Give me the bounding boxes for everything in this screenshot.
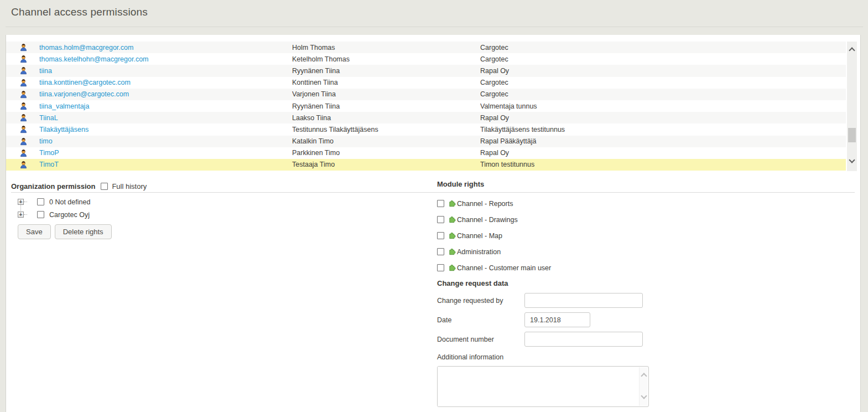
- user-fullname: Testitunnus Tilakäyttäjäsens: [292, 126, 480, 133]
- module-checkbox[interactable]: [437, 232, 444, 239]
- page-header: Channel access permissions: [0, 0, 868, 27]
- user-username-link[interactable]: tiina_valmentaja: [39, 102, 292, 110]
- form-field-row: Change requested by: [437, 293, 855, 308]
- organization-permission-header: Organization permission Full history: [11, 180, 429, 192]
- module-checkbox[interactable]: [437, 264, 444, 271]
- tree-connector: [24, 202, 27, 202]
- person-icon: [19, 90, 28, 99]
- user-organization: Cargotec: [480, 44, 846, 51]
- user-fullname: Testaaja Timo: [292, 161, 480, 168]
- additional-information-textarea[interactable]: [438, 367, 638, 406]
- org-tree-item: Cargotec Oyj: [18, 208, 429, 221]
- person-icon: [19, 66, 28, 75]
- user-fullname: Konttinen Tiina: [292, 79, 480, 86]
- org-tree-checkbox[interactable]: [37, 211, 44, 218]
- module-right-item: Channel - Map: [437, 228, 855, 244]
- user-organization: Rapal Oy: [480, 67, 846, 75]
- module-right-item: Channel - Customer main user: [437, 260, 855, 276]
- textarea-scroll-up-icon[interactable]: [642, 374, 646, 378]
- form-field-row: Date: [437, 312, 855, 327]
- user-username-link[interactable]: Tilakäyttäjäsens: [39, 126, 292, 133]
- module-label: Administration: [457, 248, 501, 256]
- full-history-label: Full history: [112, 182, 147, 190]
- person-icon: [19, 137, 28, 146]
- person-icon: [19, 125, 28, 133]
- tree-expand-plus-icon[interactable]: [18, 199, 24, 205]
- list-scrollbar[interactable]: [847, 42, 857, 171]
- module-puzzle-icon: [448, 215, 456, 224]
- module-rights-section: Module rights Channel - Reports Channel …: [437, 180, 855, 407]
- organization-permission-title: Organization permission: [11, 182, 95, 190]
- content-panel: thomas.holm@macgregor.com Holm Thomas Ca…: [6, 35, 861, 412]
- module-checkbox[interactable]: [437, 216, 444, 223]
- module-puzzle-icon: [448, 248, 456, 256]
- user-username-link[interactable]: thomas.holm@macgregor.com: [39, 44, 292, 51]
- person-icon: [19, 79, 28, 87]
- org-tree-checkbox[interactable]: [37, 198, 44, 205]
- full-history-checkbox[interactable]: [101, 183, 108, 190]
- additional-information-label: Additional information: [437, 353, 855, 361]
- module-checkbox[interactable]: [437, 200, 444, 207]
- module-right-item: Administration: [437, 244, 855, 260]
- field-label: Document number: [437, 336, 524, 343]
- person-icon: [19, 43, 28, 51]
- table-row[interactable]: thomas.holm@macgregor.com Holm Thomas Ca…: [6, 42, 846, 53]
- table-row[interactable]: thomas.ketelhohn@macgregor.com Ketelholm…: [6, 53, 846, 65]
- module-puzzle-icon: [448, 264, 456, 272]
- user-organization: Cargotec: [480, 90, 846, 98]
- textarea-scroll-down-icon[interactable]: [642, 394, 646, 398]
- org-tree: 0 Not defined Cargotec Oyj: [11, 195, 429, 221]
- table-row[interactable]: tiina Ryynänen Tiina Rapal Oy: [6, 65, 846, 76]
- user-list: thomas.holm@macgregor.com Holm Thomas Ca…: [6, 42, 846, 171]
- person-icon: [19, 149, 28, 157]
- organization-permission-section: Organization permission Full history 0 N…: [11, 180, 429, 239]
- module-rights-list: Channel - Reports Channel - Drawings Cha…: [437, 195, 855, 276]
- user-username-link[interactable]: thomas.ketelhohn@macgregor.com: [39, 55, 292, 63]
- module-checkbox[interactable]: [437, 248, 444, 255]
- scroll-down-icon[interactable]: [850, 158, 854, 162]
- table-row[interactable]: Tilakäyttäjäsens Testitunnus Tilakäyttäj…: [6, 123, 846, 135]
- user-fullname: Holm Thomas: [292, 44, 480, 51]
- user-username-link[interactable]: TimoT: [39, 161, 292, 168]
- module-puzzle-icon: [448, 199, 456, 208]
- table-row[interactable]: tiina_valmentaja Ryynänen Tiina Valmenta…: [6, 100, 846, 112]
- user-organization: Rapal Oy: [480, 149, 846, 157]
- textarea-scrollbar[interactable]: [639, 367, 648, 406]
- scroll-thumb[interactable]: [848, 128, 856, 142]
- tree-expand-plus-icon[interactable]: [18, 212, 24, 218]
- user-fullname: Laakso Tiina: [292, 114, 480, 122]
- table-row[interactable]: tiina.konttinen@cargotec.com Konttinen T…: [6, 77, 846, 89]
- user-username-link[interactable]: timo: [39, 137, 292, 145]
- user-organization: Rapal Oy: [480, 114, 846, 122]
- user-fullname: Varjonen Tiina: [292, 90, 480, 98]
- table-row[interactable]: timo Katalkin Timo Rapal Pääkäyttäjä: [6, 136, 846, 147]
- user-username-link[interactable]: tiina.konttinen@cargotec.com: [39, 79, 292, 86]
- additional-information-field: [437, 366, 649, 407]
- person-icon: [19, 114, 28, 122]
- table-row[interactable]: tiina.varjonen@cargotec.com Varjonen Tii…: [6, 89, 846, 100]
- module-rights-title: Module rights: [437, 180, 855, 188]
- details-area: Organization permission Full history 0 N…: [6, 180, 860, 412]
- delete-rights-button[interactable]: Delete rights: [55, 224, 112, 239]
- user-fullname: Katalkin Timo: [292, 137, 480, 145]
- date-input[interactable]: [524, 312, 590, 327]
- person-icon: [19, 161, 28, 169]
- user-username-link[interactable]: TimoP: [39, 149, 292, 157]
- document-number-input[interactable]: [524, 332, 643, 347]
- field-label: Date: [437, 316, 524, 324]
- org-permission-buttons: Save Delete rights: [11, 224, 429, 239]
- table-row[interactable]: TiinaL Laakso Tiina Rapal Oy: [6, 112, 846, 123]
- user-organization: Cargotec: [480, 55, 846, 63]
- person-icon: [19, 102, 28, 110]
- user-username-link[interactable]: tiina: [39, 67, 292, 75]
- user-username-link[interactable]: tiina.varjonen@cargotec.com: [39, 90, 292, 98]
- table-row[interactable]: TimoT Testaaja Timo Timon testitunnus: [6, 159, 846, 171]
- save-button[interactable]: Save: [18, 224, 51, 239]
- change-request-title: Change request data: [437, 279, 855, 287]
- field-label: Change requested by: [437, 297, 524, 305]
- change-requested-by-input[interactable]: [524, 293, 643, 308]
- scroll-up-icon[interactable]: [850, 48, 854, 53]
- person-icon: [19, 55, 28, 63]
- user-username-link[interactable]: TiinaL: [39, 114, 292, 122]
- table-row[interactable]: TimoP Parkkinen Timo Rapal Oy: [6, 147, 846, 159]
